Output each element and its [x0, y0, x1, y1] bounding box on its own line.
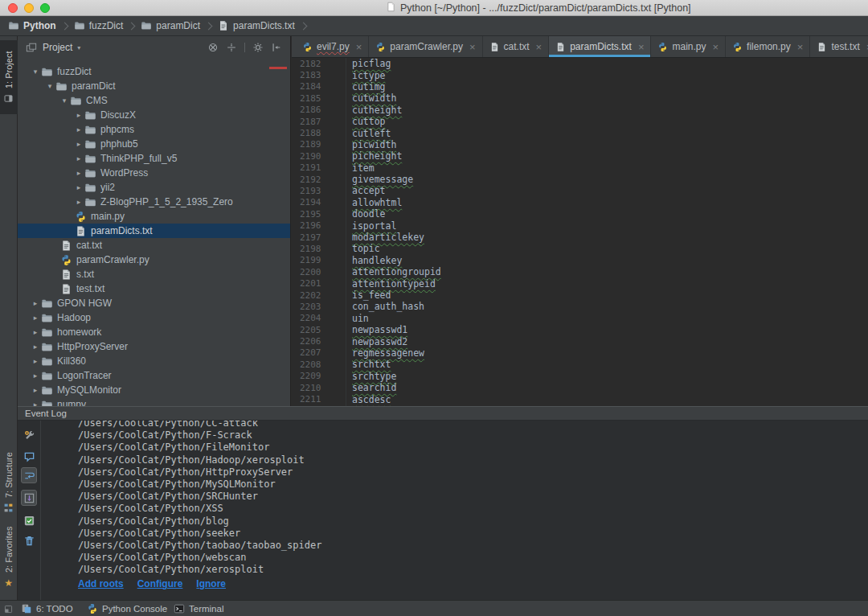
- code-text[interactable]: allowhtml: [352, 197, 402, 208]
- tree-row[interactable]: s.txt: [18, 267, 290, 281]
- code-text[interactable]: uin: [352, 313, 369, 324]
- code-text[interactable]: newpasswd2: [352, 336, 407, 347]
- code-text[interactable]: srchtxt: [352, 359, 391, 370]
- scroll-to-end-icon[interactable]: [21, 490, 37, 506]
- tree-row[interactable]: ▾CMS: [18, 93, 290, 108]
- tree-arrow-collapsed-icon[interactable]: ▸: [31, 343, 40, 351]
- event-log-link-add-roots[interactable]: Add roots: [78, 578, 124, 589]
- tree-arrow-expanded-icon[interactable]: ▾: [31, 68, 40, 76]
- tree-row[interactable]: ▸GPON HGW: [18, 296, 290, 310]
- code-text[interactable]: isportal: [352, 220, 396, 232]
- code-text[interactable]: picwidth: [352, 139, 396, 150]
- editor-tab[interactable]: evil7.py×: [296, 36, 369, 57]
- code-text[interactable]: doodle: [352, 208, 386, 220]
- tree-row[interactable]: ▸phpcms: [18, 122, 290, 137]
- editor-tab[interactable]: main.py×: [651, 36, 726, 57]
- clear-all-icon[interactable]: [21, 532, 37, 548]
- code-text[interactable]: picheight: [352, 150, 402, 162]
- code-text[interactable]: newpasswd1: [352, 324, 407, 335]
- tree-arrow-collapsed-icon[interactable]: ▸: [31, 314, 40, 322]
- code-text[interactable]: accept: [352, 185, 386, 196]
- chevron-down-icon[interactable]: ▾: [77, 44, 80, 51]
- editor-tab[interactable]: test.txt×: [810, 36, 868, 57]
- code-text[interactable]: cuttop: [352, 116, 386, 127]
- settings-wrench-icon[interactable]: [21, 427, 37, 443]
- close-tab-icon[interactable]: ×: [536, 41, 542, 53]
- balloon-icon[interactable]: [21, 448, 37, 464]
- zoom-window-button[interactable]: [40, 3, 50, 13]
- tree-row[interactable]: ▸DiscuzX: [18, 108, 290, 122]
- sidebar-tab-structure[interactable]: 7: Structure: [0, 449, 18, 516]
- close-tab-icon[interactable]: ×: [713, 41, 719, 53]
- project-panel-title[interactable]: Project: [43, 42, 72, 53]
- code-text[interactable]: con_auth_hash: [352, 301, 424, 312]
- editor-tab[interactable]: paramDicts.txt×: [549, 36, 651, 57]
- editor-code-pane[interactable]: 2182picflag2183ictype2184cutimg2185cutwi…: [292, 58, 868, 406]
- close-window-button[interactable]: [8, 3, 18, 13]
- tree-arrow-collapsed-icon[interactable]: ▸: [31, 328, 40, 336]
- tree-row[interactable]: ▾paramDict: [18, 79, 290, 93]
- tree-row[interactable]: ▸Hadoop: [18, 310, 290, 325]
- tree-row[interactable]: paramCrawler.py: [18, 253, 290, 267]
- code-text[interactable]: searchid: [352, 382, 396, 393]
- code-text[interactable]: srchtype: [352, 371, 396, 382]
- tree-arrow-collapsed-icon[interactable]: ▸: [74, 125, 84, 133]
- close-tab-icon[interactable]: ×: [469, 41, 476, 53]
- tree-arrow-collapsed-icon[interactable]: ▸: [31, 357, 40, 365]
- tree-arrow-collapsed-icon[interactable]: ▸: [74, 154, 84, 162]
- tree-arrow-expanded-icon[interactable]: ▾: [59, 97, 69, 105]
- code-text[interactable]: item: [352, 162, 375, 174]
- tree-row[interactable]: ▸homework: [18, 325, 290, 339]
- sidebar-tab-project[interactable]: 1: Project: [0, 40, 18, 114]
- event-log-link-ignore[interactable]: Ignore: [196, 578, 226, 589]
- scroll-from-source-icon[interactable]: [226, 42, 237, 53]
- code-text[interactable]: is_feed: [352, 290, 391, 301]
- tree-arrow-collapsed-icon[interactable]: ▸: [74, 169, 84, 177]
- tree-arrow-collapsed-icon[interactable]: ▸: [74, 183, 84, 191]
- close-tab-icon[interactable]: ×: [797, 41, 804, 53]
- code-text[interactable]: cutheight: [352, 105, 402, 116]
- tree-row[interactable]: ▸yii2: [18, 180, 290, 195]
- tree-arrow-collapsed-icon[interactable]: ▸: [31, 299, 40, 307]
- status-bar-item[interactable]: 6: TODO: [21, 603, 73, 614]
- editor-tab[interactable]: filemon.py×: [726, 36, 810, 57]
- sidebar-tab-favorites[interactable]: ★2: Favorites: [0, 519, 18, 597]
- event-log-link-configure[interactable]: Configure: [137, 578, 183, 589]
- breadcrumb-item[interactable]: fuzzDict: [74, 20, 124, 31]
- status-bar-item[interactable]: Terminal: [174, 603, 223, 614]
- tree-row[interactable]: cat.txt: [18, 238, 290, 253]
- event-log-header[interactable]: Event Log: [18, 406, 868, 421]
- tool-window-switcher-icon[interactable]: [3, 604, 14, 614]
- code-text[interactable]: givemessage: [352, 174, 413, 185]
- tree-row[interactable]: ▾fuzzDict: [18, 64, 290, 79]
- soft-wrap-icon[interactable]: [21, 467, 37, 483]
- tree-arrow-expanded-icon[interactable]: ▾: [45, 82, 55, 90]
- tree-row[interactable]: ▸ThinkPHP_full_v5: [18, 151, 290, 166]
- mark-read-icon[interactable]: [21, 512, 37, 528]
- tree-row[interactable]: ▸MySQLMonitor: [18, 383, 290, 397]
- tree-row[interactable]: paramDicts.txt: [18, 224, 290, 238]
- tree-arrow-collapsed-icon[interactable]: ▸: [31, 372, 40, 380]
- tree-row[interactable]: main.py: [18, 209, 290, 224]
- editor-tab[interactable]: cat.txt×: [483, 36, 550, 57]
- tree-row[interactable]: ▸phphub5: [18, 137, 290, 151]
- tree-arrow-collapsed-icon[interactable]: ▸: [74, 111, 84, 119]
- code-text[interactable]: ictype: [352, 70, 386, 81]
- breadcrumb-item[interactable]: paramDict: [141, 20, 200, 31]
- breadcrumb-item[interactable]: Python: [8, 20, 56, 31]
- tree-arrow-collapsed-icon[interactable]: ▸: [31, 386, 40, 394]
- status-bar-item[interactable]: Python Console: [87, 603, 167, 614]
- tree-row[interactable]: ▸Kill360: [18, 354, 290, 368]
- code-text[interactable]: cutimg: [352, 81, 386, 92]
- code-text[interactable]: cutwidth: [352, 92, 396, 104]
- minimize-window-button[interactable]: [24, 3, 34, 13]
- code-text[interactable]: regmessagenew: [352, 347, 424, 359]
- close-tab-icon[interactable]: ×: [356, 41, 362, 53]
- breadcrumb-item[interactable]: paramDicts.txt: [218, 20, 295, 31]
- code-text[interactable]: modarticlekey: [352, 232, 424, 243]
- settings-gear-icon[interactable]: [252, 42, 264, 53]
- code-text[interactable]: cutleft: [352, 128, 391, 139]
- code-text[interactable]: ascdesc: [352, 394, 391, 405]
- code-text[interactable]: picflag: [352, 58, 391, 69]
- tree-row[interactable]: test.txt: [18, 281, 290, 296]
